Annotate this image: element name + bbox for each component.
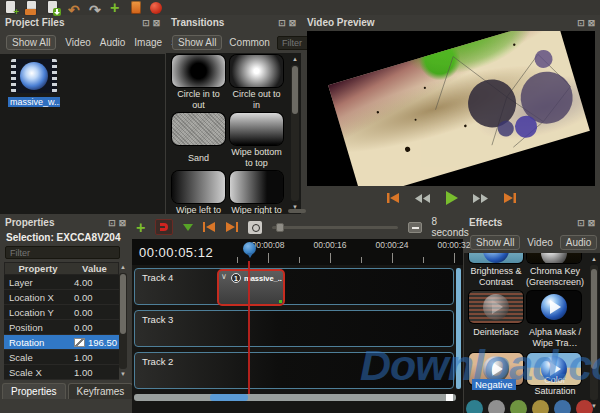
jump-start-icon[interactable] (203, 222, 216, 232)
open-project-icon[interactable] (26, 1, 38, 14)
float-panel-icon[interactable] (142, 18, 150, 28)
transition-caption: Circle out to in (228, 89, 285, 111)
choose-profile-icon[interactable] (131, 1, 141, 14)
zoom-slider-handle[interactable] (276, 223, 284, 232)
table-row[interactable]: Location X0.00 (4, 290, 119, 305)
effect-thumb-chroma-key[interactable] (527, 253, 581, 263)
jump-to-end-button[interactable] (502, 192, 517, 204)
splitter-handle[interactable] (288, 209, 306, 213)
scrollbar-thumb[interactable] (120, 274, 126, 334)
track-2[interactable]: Track 2 (134, 352, 454, 389)
fx-tab-show-all[interactable]: Show All (470, 235, 520, 250)
close-panel-icon[interactable] (288, 18, 296, 28)
scrollbar-thumb[interactable] (210, 394, 248, 401)
pf-tab-show-all[interactable]: Show All (6, 35, 56, 50)
pf-tab-image[interactable]: Image (134, 37, 162, 48)
playhead-line[interactable] (248, 261, 250, 394)
scroll-up-icon[interactable] (590, 255, 598, 264)
scrollbar-thumb[interactable] (292, 66, 298, 114)
timeline-ruler[interactable]: 00:00:05:12 00:00:08 00:00:16 00:00:24 0… (132, 239, 463, 265)
properties-filter-input[interactable] (5, 246, 120, 259)
effect-thumb-brightness[interactable] (469, 253, 523, 263)
float-panel-icon[interactable] (108, 218, 116, 228)
table-row[interactable]: Scale X1.00 (4, 365, 119, 380)
effect-thumb-partial[interactable] (488, 400, 505, 413)
header-property[interactable]: Property (5, 263, 71, 274)
tr-tab-common[interactable]: Common (229, 37, 270, 48)
transitions-panel: Transitions Show All Common » Circle in … (166, 15, 301, 214)
effect-thumb-deinterlace[interactable] (469, 291, 523, 323)
scroll-up-icon[interactable] (291, 55, 299, 64)
close-panel-icon[interactable] (118, 218, 126, 228)
transition-thumb-circle-out-to-in[interactable] (230, 55, 283, 87)
project-files-title: Project Files (5, 17, 64, 28)
transition-thumb-wipe-bottom-to-top[interactable] (230, 113, 283, 145)
preview-overlay-graphics (328, 31, 590, 186)
add-track-icon[interactable] (136, 221, 145, 234)
transition-thumb-wipe-right-to-left[interactable] (230, 171, 283, 203)
effect-sphere-icon (541, 253, 567, 263)
bottom-tab-keyframes[interactable]: Keyframes (68, 383, 134, 399)
snapping-toggle[interactable] (155, 219, 172, 235)
table-row[interactable]: Position0.00 (4, 320, 119, 335)
track-4[interactable]: Track 4 1 massive_... (134, 268, 454, 305)
playhead-marker[interactable] (243, 242, 256, 255)
float-panel-icon[interactable] (278, 18, 286, 28)
redo-icon[interactable] (89, 1, 101, 14)
scrollbar-resize-handle[interactable] (446, 394, 453, 401)
import-files-icon[interactable] (110, 1, 122, 14)
zoom-out-icon[interactable] (408, 222, 422, 233)
scroll-down-icon[interactable] (590, 402, 598, 411)
save-project-icon[interactable] (47, 1, 59, 14)
scrollbar-thumb[interactable] (591, 269, 597, 369)
rewind-button[interactable] (414, 193, 431, 204)
transition-thumb-circle-in-to-out[interactable] (172, 55, 225, 87)
fx-tab-audio[interactable]: Audio (560, 235, 598, 250)
close-panel-icon[interactable] (587, 18, 595, 28)
jump-end-icon[interactable] (225, 222, 238, 232)
transition-thumb-wipe-left-to-right[interactable] (172, 171, 225, 203)
razor-tool-icon[interactable] (183, 224, 193, 231)
tr-tab-show-all[interactable]: Show All (172, 35, 222, 50)
zoom-tool-icon[interactable] (248, 221, 262, 234)
pf-tab-video[interactable]: Video (65, 37, 90, 48)
play-button[interactable] (444, 191, 459, 205)
transition-thumb-sand[interactable] (172, 113, 225, 145)
clip-menu-chevron-icon[interactable] (221, 272, 227, 281)
fast-forward-button[interactable] (472, 193, 489, 204)
track-3[interactable]: Track 3 (134, 310, 454, 347)
timeline-horizontal-scrollbar[interactable] (134, 394, 456, 401)
bottom-tab-properties[interactable]: Properties (2, 383, 66, 399)
zoom-slider[interactable] (272, 226, 398, 229)
table-row[interactable]: Location Y0.00 (4, 305, 119, 320)
transitions-scrollbar[interactable] (291, 65, 299, 201)
undo-icon[interactable] (68, 1, 80, 14)
properties-scrollbar[interactable] (119, 273, 127, 369)
header-value[interactable]: Value (71, 263, 118, 274)
table-row[interactable]: Layer4.00 (4, 275, 119, 290)
jump-to-start-button[interactable] (386, 192, 401, 204)
timeline-vertical-scrollbar[interactable] (456, 268, 461, 389)
keyframe-edit-icon[interactable] (74, 338, 85, 347)
effect-thumb-partial[interactable] (466, 400, 483, 413)
float-panel-icon[interactable] (577, 218, 585, 228)
timeline-clip-selected[interactable]: 1 massive_... (217, 269, 285, 306)
table-row-selected[interactable]: Rotation196.50 (4, 335, 119, 350)
new-project-icon[interactable] (5, 1, 17, 14)
close-panel-icon[interactable] (587, 218, 595, 228)
effect-thumb-alpha-mask[interactable] (527, 291, 581, 323)
effect-thumb-partial[interactable] (532, 400, 549, 413)
table-row[interactable]: Scale1.00 (4, 350, 119, 365)
scroll-up-icon[interactable] (119, 263, 127, 272)
effect-thumb-partial[interactable] (554, 400, 571, 413)
export-video-icon[interactable] (150, 2, 162, 14)
close-panel-icon[interactable] (152, 18, 160, 28)
effect-caption-selected[interactable]: Negative (472, 379, 516, 390)
scroll-down-icon[interactable] (119, 370, 127, 379)
file-item[interactable]: massive_w... (8, 59, 60, 111)
fx-tab-video[interactable]: Video (527, 237, 552, 248)
effect-thumb-partial[interactable] (510, 400, 527, 413)
pf-tab-audio[interactable]: Audio (100, 37, 126, 48)
float-panel-icon[interactable] (577, 18, 585, 28)
effects-scrollbar[interactable] (590, 265, 598, 400)
